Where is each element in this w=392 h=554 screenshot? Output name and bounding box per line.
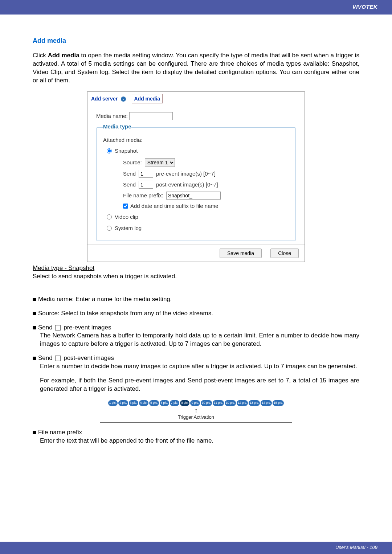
filename-prefix-input[interactable]: [166, 192, 221, 200]
panel-button-bar: Save media Close: [87, 245, 305, 262]
footer-bar: User's Manual - 109: [0, 542, 392, 554]
bullet-icon: [33, 312, 36, 315]
dropdown-icon[interactable]: [121, 96, 126, 102]
bullet-post-label: Send: [38, 354, 53, 361]
diagram-pill: 14 pic.: [261, 400, 272, 406]
snapshot-heading: Media type - Snapshot: [33, 264, 359, 272]
radio-snapshot-row: Snapshot: [107, 147, 289, 155]
send-label-1: Send: [123, 170, 136, 177]
bullet-filename-prefix-desc: Enter the text that will be appended to …: [40, 437, 359, 445]
datetime-suffix-row: Add date and time suffix to file name: [123, 202, 289, 210]
pill-row: 1 pic.2 pic.3 pic.4 pic.5 pic.6 pic.7 pi…: [103, 400, 289, 406]
radio-snapshot-label: Snapshot: [115, 147, 138, 155]
snapshot-subtext: Select to send snapshots when a trigger …: [33, 272, 359, 281]
media-name-row: Media name:: [96, 112, 296, 120]
source-label: Source:: [123, 159, 142, 166]
bullet-pre-rest: pre-event images: [64, 324, 111, 331]
media-name-input[interactable]: [129, 112, 173, 120]
diagram-pill: 7 pic.: [170, 400, 179, 406]
source-select[interactable]: Stream 1: [145, 158, 175, 167]
bullet-list: Media name: Enter a name for the media s…: [33, 295, 359, 445]
bullet-media-name-text: Media name: Enter a name for the media s…: [38, 296, 172, 303]
bullet-post-desc1: Enter a number to decide how many images…: [40, 362, 359, 371]
bullet-filename-prefix-label: File name prefix: [38, 429, 82, 436]
pre-event-input[interactable]: [139, 170, 153, 178]
diagram-pill: 15 pic.: [273, 400, 284, 406]
inline-box-icon: [55, 325, 61, 331]
datetime-suffix-checkbox[interactable]: [123, 204, 128, 209]
radio-videoclip[interactable]: [107, 214, 112, 219]
bullet-post-rest: post-event images: [64, 354, 114, 361]
bullet-post: Send post-event images Enter a number to…: [33, 354, 359, 423]
post-event-input[interactable]: [139, 181, 153, 189]
media-type-legend: Media type: [103, 123, 131, 130]
intro-strong: Add media: [48, 52, 79, 59]
attached-media-label: Attached media:: [103, 136, 289, 144]
bullet-pre-label: Send: [38, 324, 53, 331]
send-label-2: Send: [123, 181, 136, 188]
add-server-link[interactable]: Add server: [91, 96, 118, 102]
pre-event-suffix: pre-event image(s) [0~7]: [156, 170, 216, 177]
bullet-icon: [33, 357, 36, 360]
diagram-pill: 12 pic.: [237, 400, 248, 406]
trigger-diagram: 1 pic.2 pic.3 pic.4 pic.5 pic.6 pic.7 pi…: [100, 397, 292, 423]
bullet-pre-desc: The Network Camera has a buffer to tempo…: [40, 332, 359, 348]
diagram-pill: 11 pic.: [213, 400, 224, 406]
diagram-pill: 1 pic.: [108, 400, 118, 406]
diagram-pill: 3 pic.: [129, 400, 138, 406]
diagram-pill: 2 pic.: [118, 400, 128, 406]
radio-snapshot[interactable]: [107, 148, 112, 153]
diagram-pill: 6 pic.: [160, 400, 169, 406]
header-bar: VIVOTEK: [0, 0, 392, 15]
save-media-button[interactable]: Save media: [220, 249, 262, 258]
filename-prefix-row: File name prefix:: [123, 192, 289, 200]
panel-body: Media name: Media type Attached media: S…: [87, 106, 305, 245]
post-event-suffix: post-event image(s) [0~7]: [156, 181, 218, 188]
radio-systemlog[interactable]: [107, 226, 112, 231]
diagram-pill: 9 pic.: [190, 400, 200, 406]
media-type-fieldset: Media type Attached media: Snapshot Sour…: [96, 124, 296, 241]
diagram-pill: 10 pic.: [225, 400, 236, 406]
radio-systemlog-row: System log: [107, 225, 289, 232]
datetime-suffix-label: Add date and time suffix to file name: [130, 202, 218, 210]
diagram-pill: 4 pic.: [139, 400, 148, 406]
add-media-link-text: Add media: [134, 96, 160, 102]
bullet-icon: [33, 326, 36, 329]
brand-text: VIVOTEK: [352, 4, 377, 10]
diagram-pill: 8 pic.: [180, 400, 189, 406]
post-event-row: Send post-event image(s) [0~7]: [123, 181, 289, 189]
filename-prefix-label: File name prefix:: [123, 192, 163, 199]
bullet-post-desc2: For example, if both the Send pre-event …: [40, 377, 359, 393]
bullet-source-text: Source: Select to take snapshots from an…: [38, 310, 213, 317]
panel-top-links: Add server Add media: [87, 92, 305, 106]
diagram-pill: 13 pic.: [249, 400, 260, 406]
radio-videoclip-label: Video clip: [115, 213, 138, 221]
source-row: Source: Stream 1: [123, 158, 289, 167]
diagram-pill: 10 pic.: [201, 400, 212, 406]
bullet-icon: [33, 431, 36, 434]
arrow-up-icon: ↑: [103, 407, 289, 414]
intro-rest: to open the media setting window. You ca…: [33, 52, 359, 84]
section-title: Add media: [33, 36, 359, 45]
diagram-caption: Trigger Activation: [103, 414, 289, 420]
radio-systemlog-label: System log: [115, 225, 142, 232]
pre-event-row: Send pre-event image(s) [0~7]: [123, 170, 289, 178]
close-button[interactable]: Close: [270, 249, 299, 258]
bullet-source: Source: Select to take snapshots from an…: [33, 309, 359, 318]
diagram-pill: 5 pic.: [149, 400, 159, 406]
radio-videoclip-row: Video clip: [107, 213, 289, 221]
page-content: Add media Click Add media to open the me…: [0, 15, 392, 445]
inline-box-icon: [55, 356, 61, 361]
intro-paragraph: Click Add media to open the media settin…: [33, 52, 359, 85]
intro-prefix: Click: [33, 52, 48, 59]
add-media-link[interactable]: Add media: [132, 94, 163, 103]
media-settings-panel: Add server Add media Media name: Media t…: [87, 91, 305, 262]
bullet-filename-prefix: File name prefix Enter the text that wil…: [33, 428, 359, 445]
bullet-media-name: Media name: Enter a name for the media s…: [33, 295, 359, 304]
bullet-icon: [33, 298, 36, 301]
media-name-label: Media name:: [96, 113, 128, 119]
bullet-pre: Send pre-event images The Network Camera…: [33, 324, 359, 349]
footer-text: User's Manual - 109: [335, 545, 377, 550]
